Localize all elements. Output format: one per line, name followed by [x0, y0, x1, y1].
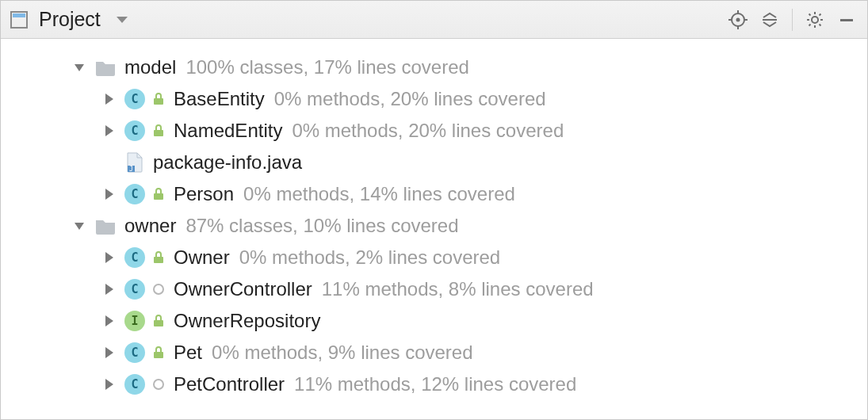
lock-icon [151, 250, 166, 265]
item-label: OwnerController [174, 278, 312, 300]
coverage-text: 11% methods, 8% lines covered [322, 278, 594, 300]
svg-point-3 [736, 17, 740, 21]
item-label: Pet [174, 342, 202, 364]
chevron-right-icon[interactable] [102, 314, 117, 328]
public-modifier-icon [153, 284, 164, 295]
titlebar: Project [1, 1, 867, 39]
coverage-text: 87% classes, 10% lines covered [185, 215, 458, 237]
svg-text:J: J [129, 166, 133, 173]
tree-item[interactable]: C NamedEntity 0% methods, 20% lines cove… [1, 115, 867, 147]
chevron-right-icon[interactable] [102, 250, 117, 265]
tree-item[interactable]: C PetController 11% methods, 12% lines c… [1, 368, 867, 400]
folder-label: model [124, 56, 176, 78]
tree-item[interactable]: C BaseEntity 0% methods, 20% lines cover… [1, 83, 867, 115]
item-label: Owner [174, 246, 230, 269]
java-file-icon: J [124, 153, 145, 172]
chevron-right-icon[interactable] [102, 377, 117, 391]
item-label: OwnerRepository [174, 310, 320, 332]
coverage-text: 0% methods, 2% lines covered [239, 246, 501, 269]
coverage-text: 0% methods, 14% lines covered [243, 183, 515, 205]
svg-rect-11 [154, 193, 163, 200]
chevron-right-icon[interactable] [102, 346, 117, 360]
settings-button[interactable] [802, 7, 828, 32]
svg-rect-7 [154, 98, 163, 105]
svg-rect-13 [154, 320, 163, 326]
toolbar-separator [792, 9, 793, 31]
lock-icon [151, 187, 166, 201]
svg-rect-1 [13, 13, 25, 17]
project-tree[interactable]: model 100% classes, 17% lines covered C … [1, 39, 867, 419]
dropdown-icon[interactable] [112, 10, 132, 30]
chevron-right-icon[interactable] [102, 92, 117, 106]
svg-rect-8 [154, 130, 163, 136]
class-icon: C [124, 247, 145, 268]
item-label: Person [174, 183, 234, 205]
chevron-right-icon[interactable] [102, 124, 117, 138]
coverage-text: 100% classes, 17% lines covered [185, 56, 469, 78]
tree-folder[interactable]: model 100% classes, 17% lines covered [1, 52, 867, 83]
coverage-text: 11% methods, 12% lines covered [294, 373, 576, 395]
chevron-down-icon[interactable] [72, 219, 86, 233]
svg-rect-12 [154, 257, 163, 263]
class-icon: C [124, 184, 145, 204]
folder-icon [94, 58, 117, 77]
item-label: PetController [174, 373, 285, 395]
chevron-right-icon[interactable] [102, 282, 117, 296]
svg-rect-4 [763, 19, 777, 21]
interface-icon: I [124, 311, 145, 331]
svg-rect-14 [154, 352, 163, 358]
chevron-down-icon[interactable] [72, 60, 86, 74]
class-icon: C [124, 342, 145, 363]
folder-label: owner [124, 215, 176, 237]
item-label: BaseEntity [174, 88, 265, 110]
svg-rect-6 [840, 19, 853, 21]
class-icon: C [124, 120, 145, 141]
chevron-right-icon[interactable] [102, 187, 117, 201]
lock-icon [151, 92, 166, 106]
lock-icon [151, 346, 166, 360]
item-label: package-info.java [153, 151, 302, 174]
tree-item[interactable]: J package-info.java [1, 147, 867, 178]
svg-point-5 [812, 17, 818, 23]
folder-icon [94, 216, 117, 235]
locate-target-button[interactable] [725, 7, 751, 32]
lock-icon [151, 314, 166, 328]
tree-item[interactable]: I OwnerRepository [1, 305, 867, 337]
coverage-text: 0% methods, 20% lines covered [292, 120, 564, 142]
class-icon: C [124, 374, 145, 395]
coverage-text: 0% methods, 9% lines covered [212, 342, 473, 364]
class-icon: C [124, 89, 145, 109]
tree-folder[interactable]: owner 87% classes, 10% lines covered [1, 210, 867, 242]
project-window-icon [9, 10, 29, 30]
tree-item[interactable]: C Person 0% methods, 14% lines covered [1, 178, 867, 210]
panel-title: Project [39, 8, 101, 31]
project-panel: Project model 100% classes, 1 [0, 0, 868, 420]
lock-icon [151, 124, 166, 138]
tree-item[interactable]: C OwnerController 11% methods, 8% lines … [1, 273, 867, 305]
coverage-text: 0% methods, 20% lines covered [274, 88, 546, 110]
class-icon: C [124, 279, 145, 300]
public-modifier-icon [153, 379, 164, 390]
tree-item[interactable]: C Owner 0% methods, 2% lines covered [1, 242, 867, 273]
collapse-all-button[interactable] [757, 7, 782, 32]
tree-item[interactable]: C Pet 0% methods, 9% lines covered [1, 337, 867, 368]
item-label: NamedEntity [174, 120, 282, 142]
hide-button[interactable] [834, 7, 859, 32]
